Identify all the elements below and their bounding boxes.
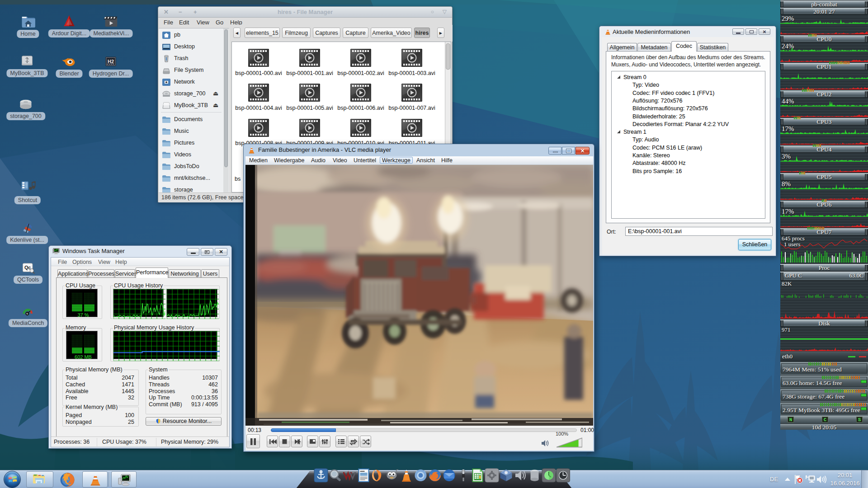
svg-text:Qc: Qc bbox=[24, 265, 31, 270]
svg-text:602 MB: 602 MB bbox=[75, 354, 92, 360]
svg-text:H2: H2 bbox=[108, 59, 114, 64]
svg-text:37 %: 37 % bbox=[77, 312, 89, 318]
